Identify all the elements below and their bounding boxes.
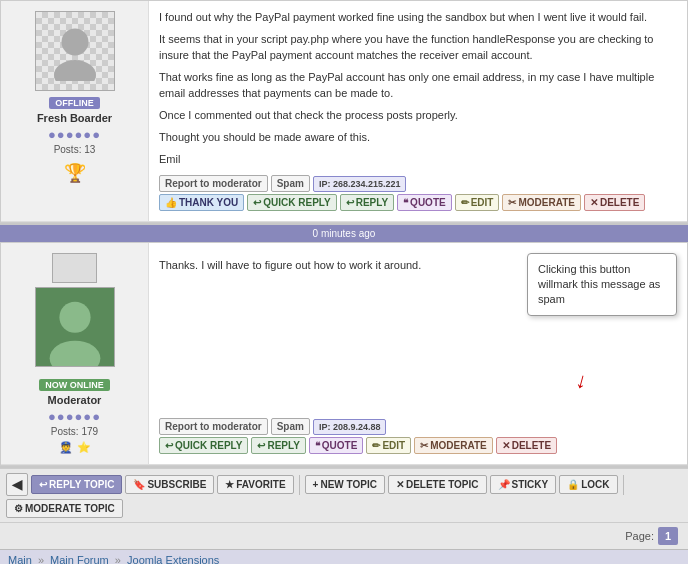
post-2-row: NOW ONLINE Moderator ●●●●●● Posts: 179 👮… xyxy=(1,243,687,465)
arrow-down-icon: ↓ xyxy=(573,367,590,395)
quote-button[interactable]: ❝ QUOTE xyxy=(309,437,364,454)
moderate-button[interactable]: ✂ MODERATE xyxy=(502,194,580,211)
favorite-button[interactable]: ★ FAVORITE xyxy=(217,475,293,494)
post-2-content: Clicking this button willmark this messa… xyxy=(149,243,687,464)
sticky-button[interactable]: 📌 STICKY xyxy=(490,475,557,494)
spam-button[interactable]: Spam xyxy=(271,418,310,435)
bottom-toolbar: ◀ ↩ REPLY TOPIC 🔖 SUBSCRIBE ★ FAVORITE +… xyxy=(0,468,688,522)
breadcrumb: Main » Main Forum » Joomla Extensions xyxy=(0,549,688,564)
lock-button[interactable]: 🔒 LOCK xyxy=(559,475,617,494)
delete-icon: ✕ xyxy=(396,479,404,490)
username: Moderator xyxy=(48,394,102,406)
bookmark-icon: 🔖 xyxy=(133,479,145,490)
post-1-avatar-col: OFFLINE Fresh Boarder ●●●●●● Posts: 13 🏆 xyxy=(1,1,149,221)
plus-icon: + xyxy=(313,479,319,490)
reply-icon: ↩ xyxy=(346,197,354,208)
post-2: NOW ONLINE Moderator ●●●●●● Posts: 179 👮… xyxy=(0,242,688,466)
spam-button[interactable]: Spam xyxy=(271,175,310,192)
spam-tooltip: Clicking this button willmark this messa… xyxy=(527,253,677,316)
breadcrumb-sep-1: » xyxy=(38,554,44,564)
quote-icon: ❝ xyxy=(403,197,408,208)
stars: ●●●●●● xyxy=(48,127,101,142)
arrow-icon: ↩ xyxy=(253,197,261,208)
star-badge-icon: ⭐ xyxy=(77,441,91,454)
reply-button[interactable]: ↩ REPLY xyxy=(340,194,394,211)
breadcrumb-main[interactable]: Main xyxy=(8,554,32,564)
user-badges: 👮 ⭐ xyxy=(59,441,91,454)
post-1-text: I found out why the PayPal payment worke… xyxy=(159,9,677,167)
moderator-badge-icon: 👮 xyxy=(59,441,73,454)
delete-icon: ✕ xyxy=(590,197,598,208)
new-topic-button[interactable]: + NEW TOPIC xyxy=(305,475,385,494)
avatar xyxy=(35,11,115,91)
posts-count: Posts: 13 xyxy=(54,144,96,155)
quote-button[interactable]: ❝ QUOTE xyxy=(397,194,452,211)
post-1-row: OFFLINE Fresh Boarder ●●●●●● Posts: 13 🏆… xyxy=(1,1,687,222)
username: Fresh Boarder xyxy=(37,112,112,124)
edit-button[interactable]: ✏ EDIT xyxy=(366,437,411,454)
quick-reply-button[interactable]: ↩ QUICK REPLY xyxy=(247,194,336,211)
reply-icon: ↩ xyxy=(257,440,265,451)
subscribe-button[interactable]: 🔖 SUBSCRIBE xyxy=(125,475,214,494)
report-moderator-button[interactable]: Report to moderator xyxy=(159,418,268,435)
quote-icon: ❝ xyxy=(315,440,320,451)
toolbar-divider-1 xyxy=(299,475,300,495)
moderate-icon: ✂ xyxy=(420,440,428,451)
thank-you-button[interactable]: 👍 THANK YOU xyxy=(159,194,244,211)
sticky-icon: 📌 xyxy=(498,479,510,490)
mod-avatar-icon xyxy=(36,287,114,367)
edit-icon: ✏ xyxy=(461,197,469,208)
post-1: OFFLINE Fresh Boarder ●●●●●● Posts: 13 🏆… xyxy=(0,0,688,223)
pagination-row: Page: 1 xyxy=(0,522,688,549)
breadcrumb-section[interactable]: Joomla Extensions xyxy=(127,554,219,564)
edit-icon: ✏ xyxy=(372,440,380,451)
delete-icon: ✕ xyxy=(502,440,510,451)
edit-button[interactable]: ✏ EDIT xyxy=(455,194,500,211)
reply-icon: ↩ xyxy=(39,479,47,490)
arrow-icon: ↩ xyxy=(165,440,173,451)
delete-button[interactable]: ✕ DELETE xyxy=(496,437,557,454)
page-label: Page: xyxy=(625,530,654,542)
delete-topic-button[interactable]: ✕ DELETE TOPIC xyxy=(388,475,487,494)
arrow-container: ↓ xyxy=(159,378,677,418)
svg-point-0 xyxy=(61,29,88,56)
lock-icon: 🔒 xyxy=(567,479,579,490)
post-2-actions-row2: ↩ QUICK REPLY ↩ REPLY ❝ QUOTE ✏ EDIT ✂ xyxy=(159,437,677,454)
thumbsup-icon: 👍 xyxy=(165,197,177,208)
ip-display: IP: 268.234.215.221 xyxy=(313,176,407,192)
small-avatar-1 xyxy=(52,253,97,283)
post-1-actions-row1: Report to moderator Spam IP: 268.234.215… xyxy=(159,175,677,192)
status-badge: OFFLINE xyxy=(49,97,100,109)
ip-display: IP: 208.9.24.88 xyxy=(313,419,387,435)
star-icon: ★ xyxy=(225,479,234,490)
post-1-content: I found out why the PayPal payment worke… xyxy=(149,1,687,221)
svg-point-3 xyxy=(59,302,90,333)
stars: ●●●●●● xyxy=(48,409,101,424)
delete-button[interactable]: ✕ DELETE xyxy=(584,194,645,211)
post-2-avatar-col: NOW ONLINE Moderator ●●●●●● Posts: 179 👮… xyxy=(1,243,149,464)
moderate-icon: ⚙ xyxy=(14,503,23,514)
prev-page-button[interactable]: ◀ xyxy=(6,473,28,496)
reply-button[interactable]: ↩ REPLY xyxy=(251,437,305,454)
page-1-button[interactable]: 1 xyxy=(658,527,678,545)
post-2-images xyxy=(35,253,115,373)
moderate-topic-button[interactable]: ⚙ MODERATE TOPIC xyxy=(6,499,123,518)
quick-reply-button[interactable]: ↩ QUICK REPLY xyxy=(159,437,248,454)
post-2-actions-row1: Report to moderator Spam IP: 208.9.24.88 xyxy=(159,418,677,435)
breadcrumb-forum[interactable]: Main Forum xyxy=(50,554,109,564)
user-silhouette-icon xyxy=(45,21,105,81)
report-moderator-button[interactable]: Report to moderator xyxy=(159,175,268,192)
breadcrumb-sep-2: » xyxy=(115,554,121,564)
moderate-button[interactable]: ✂ MODERATE xyxy=(414,437,492,454)
reply-topic-button[interactable]: ↩ REPLY TOPIC xyxy=(31,475,122,494)
posts-count: Posts: 179 xyxy=(51,426,98,437)
svg-point-1 xyxy=(54,60,96,81)
toolbar-divider-2 xyxy=(623,475,624,495)
avatar xyxy=(35,287,115,367)
time-separator: 0 minutes ago xyxy=(0,225,688,242)
user-cup-icon: 🏆 xyxy=(64,162,86,184)
moderate-icon: ✂ xyxy=(508,197,516,208)
status-badge: NOW ONLINE xyxy=(39,379,110,391)
post-1-actions-row2: 👍 THANK YOU ↩ QUICK REPLY ↩ REPLY ❝ QUOT… xyxy=(159,194,677,211)
